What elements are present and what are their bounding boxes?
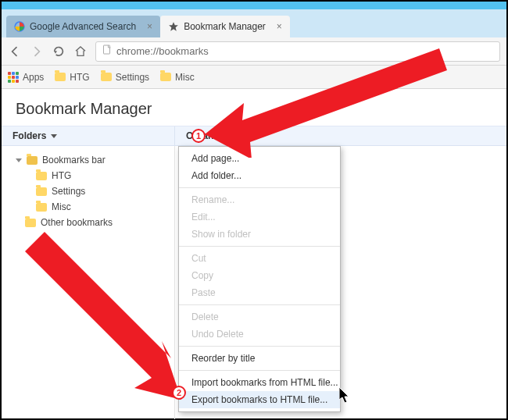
folder-icon bbox=[25, 219, 36, 227]
menu-import-html[interactable]: Import bookmarks from HTML file... bbox=[179, 374, 340, 391]
menu-paste: Paste bbox=[179, 284, 340, 301]
menu-undo-delete: Undo Delete bbox=[179, 326, 340, 343]
svg-marker-5 bbox=[25, 232, 181, 400]
folder-icon bbox=[160, 73, 171, 81]
folder-open-icon bbox=[27, 156, 38, 165]
menu-edit: Edit... bbox=[179, 208, 340, 226]
tab-label: Bookmark Manager bbox=[184, 21, 266, 32]
close-icon[interactable]: × bbox=[277, 21, 282, 32]
triangle-down-icon bbox=[16, 158, 22, 162]
menu-reorder-by-title[interactable]: Reorder by title bbox=[179, 350, 340, 367]
menu-separator bbox=[179, 346, 340, 347]
folder-icon bbox=[36, 187, 47, 196]
bookmark-folder-misc[interactable]: Misc bbox=[160, 72, 195, 83]
apps-button[interactable]: Apps bbox=[8, 72, 44, 83]
apps-icon bbox=[8, 72, 19, 83]
window-titlebar bbox=[2, 2, 506, 9]
folders-header[interactable]: Folders bbox=[2, 126, 175, 145]
tree-item-settings[interactable]: Settings bbox=[2, 183, 174, 199]
menu-cut: Cut bbox=[179, 250, 340, 267]
home-button[interactable] bbox=[73, 44, 88, 59]
annotation-arrow-1 bbox=[205, 33, 455, 158]
forward-button[interactable] bbox=[30, 44, 44, 59]
tree-item-misc[interactable]: Misc bbox=[2, 199, 174, 215]
google-favicon bbox=[14, 21, 25, 32]
tree-item-htg[interactable]: HTG bbox=[2, 168, 174, 183]
menu-delete: Delete bbox=[179, 308, 340, 326]
svg-rect-3 bbox=[104, 45, 110, 54]
svg-marker-2 bbox=[54, 51, 57, 53]
menu-show-in-folder: Show in folder bbox=[179, 226, 340, 243]
browser-window: Google Advanced Search × Bookmark Manage… bbox=[0, 0, 508, 420]
folder-icon bbox=[101, 73, 112, 81]
folder-icon bbox=[55, 73, 66, 81]
svg-marker-6 bbox=[339, 387, 349, 403]
page-icon bbox=[102, 44, 112, 58]
menu-copy: Copy bbox=[179, 267, 340, 284]
folder-icon bbox=[36, 172, 47, 180]
menu-rename: Rename... bbox=[179, 191, 340, 208]
menu-separator bbox=[179, 304, 340, 305]
tab-label: Google Advanced Search bbox=[30, 21, 136, 32]
reload-button[interactable] bbox=[52, 44, 66, 59]
annotation-arrow-2 bbox=[17, 228, 197, 408]
annotation-marker-2: 2 bbox=[172, 386, 186, 400]
svg-marker-1 bbox=[169, 22, 178, 31]
bookmark-folder-settings[interactable]: Settings bbox=[101, 72, 149, 83]
tab-google-advanced-search[interactable]: Google Advanced Search × bbox=[6, 16, 160, 37]
menu-separator bbox=[179, 187, 340, 188]
svg-marker-4 bbox=[205, 48, 447, 158]
folder-icon bbox=[36, 203, 47, 212]
right-pane: Add page... Add folder... Rename... Edit… bbox=[175, 146, 506, 419]
organize-menu: Add page... Add folder... Rename... Edit… bbox=[178, 146, 341, 412]
menu-add-folder[interactable]: Add folder... bbox=[179, 167, 340, 184]
apps-label: Apps bbox=[23, 72, 44, 83]
menu-separator bbox=[179, 246, 340, 247]
star-icon bbox=[168, 21, 179, 32]
tree-item-bookmarks-bar[interactable]: Bookmarks bar bbox=[2, 152, 174, 168]
menu-export-html[interactable]: Export bookmarks to HTML file... bbox=[179, 391, 340, 408]
menu-separator bbox=[179, 370, 340, 371]
mouse-cursor-icon bbox=[339, 387, 353, 404]
bookmark-folder-htg[interactable]: HTG bbox=[55, 72, 89, 83]
caret-down-icon bbox=[51, 134, 57, 138]
back-button[interactable] bbox=[8, 44, 22, 59]
annotation-marker-1: 1 bbox=[191, 129, 206, 143]
close-icon[interactable]: × bbox=[147, 21, 152, 32]
